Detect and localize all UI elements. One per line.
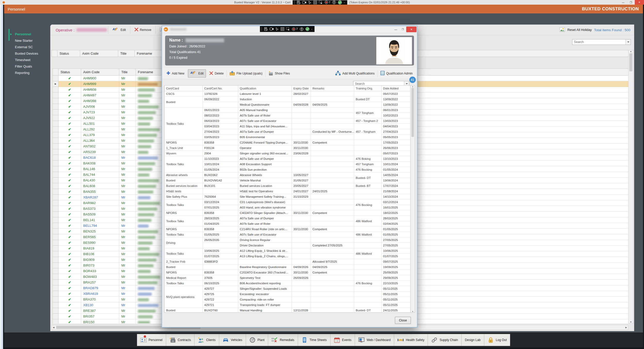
- edit-operative-button[interactable]: Ab Edit: [109, 26, 129, 34]
- qualification-row[interactable]: Wyvern2904Slinger signaller using 360 ex…: [165, 151, 410, 156]
- show-files-button[interactable]: Show Files: [266, 69, 292, 78]
- recorder-cursor-icon[interactable]: [276, 27, 279, 31]
- qualification-row[interactable]: HS&E testsHS&E test for Operatives24/01/…: [165, 189, 410, 194]
- personnel-search[interactable]: [572, 39, 631, 45]
- minimize-icon[interactable]: —: [619, 0, 627, 5]
- column-header-status[interactable]: Status: [57, 50, 80, 57]
- edit-button[interactable]: AbEdit: [188, 69, 206, 78]
- taskbar-item-clients[interactable]: Clients: [194, 334, 219, 346]
- qualification-row[interactable]: BuxtedBaseline Respiratory Questionnaire…: [165, 264, 410, 270]
- taskbar-item-plant[interactable]: Plant: [246, 334, 268, 346]
- qualification-row[interactable]: Toolbox Talks06/01/2023A05 Manual handli…: [165, 107, 410, 113]
- reset-all-holiday-button[interactable]: Reset All Holiday: [567, 28, 592, 32]
- close-icon[interactable]: ✕: [635, 0, 644, 5]
- file-upload-quals--button[interactable]: File Upload (quals): [227, 69, 265, 78]
- qualification-row[interactable]: Driving26/05/2035Driving licence Regular…: [165, 237, 410, 243]
- recorder-settings-icon[interactable]: [297, 1, 300, 4]
- column-header-qualification[interactable]: Qualification: [238, 86, 292, 91]
- qualification-row[interactable]: Toolbox Talks10/06/2025A12 Lifting Equip…: [165, 248, 410, 254]
- column-header-title[interactable]: Title: [118, 50, 135, 57]
- remove-operative-button[interactable]: Remove: [131, 26, 155, 34]
- add-new-button[interactable]: Add New: [164, 70, 187, 77]
- scroll-thumb[interactable]: [411, 88, 414, 137]
- scroll-down-icon[interactable]: ▼: [412, 311, 414, 312]
- qualification-row[interactable]: Toolbox Talks03/12/2024C01 Leptospirosis…: [165, 200, 410, 205]
- add-multi-qualifications-button[interactable]: Add Multi Qualifications: [333, 69, 377, 78]
- column-header-forename[interactable]: Forename: [135, 50, 165, 57]
- scroll-down-icon[interactable]: ▼: [630, 321, 632, 323]
- column-header-remarks[interactable]: Remarks: [311, 86, 354, 91]
- recorder-accessibility-icon[interactable]: [300, 27, 303, 31]
- search-input[interactable]: [572, 39, 625, 45]
- taskbar-item-health-safety[interactable]: Health Safety: [394, 334, 428, 346]
- qualification-row[interactable]: NPORS839358C214RV Road Roller (ride on a…: [165, 227, 410, 232]
- recorder-select-icon[interactable]: [286, 27, 290, 31]
- sidebar-item-filter-quals[interactable]: ▶ Filter Quals: [4, 63, 50, 70]
- qualification-row[interactable]: Toolbox Talks01/05/2025A07c Safe use of …: [165, 232, 410, 237]
- qualification-row[interactable]: CSCS13782326Labourer level 128/02/202705…: [165, 91, 410, 97]
- column-header-status[interactable]: Status: [58, 69, 81, 76]
- chevron-down-icon[interactable]: [625, 39, 631, 45]
- recorder-settings-icon[interactable]: [264, 27, 268, 31]
- dialog-vertical-scrollbar[interactable]: ▲ ▼: [410, 86, 415, 312]
- dialog-minimize-icon[interactable]: —: [392, 27, 399, 32]
- taskbar-item-supply-chain[interactable]: Supply Chain: [428, 334, 461, 346]
- column-header-cert-card[interactable]: Cert/Card: [165, 86, 203, 91]
- collapse-chevron-icon[interactable]: ‹: [311, 28, 312, 31]
- taskbar-item-events[interactable]: Events: [331, 334, 355, 346]
- sidebar-item-buxted-devices[interactable]: ▶ Buxted Devices: [4, 50, 50, 57]
- qualification-row[interactable]: NVQ plant operations429727Slinger/Signal…: [165, 286, 410, 292]
- taskbar-item-personnel[interactable]: Personnel: [137, 334, 166, 346]
- taskbar-item-design-lab[interactable]: Design Lab: [462, 334, 484, 346]
- recorder-camera-icon[interactable]: [302, 1, 306, 4]
- recorder-select-icon[interactable]: [319, 1, 323, 4]
- scroll-up-icon[interactable]: ▲: [412, 86, 414, 87]
- recorder-camera-icon[interactable]: [270, 28, 274, 30]
- recorder-record-icon[interactable]: [292, 27, 295, 31]
- sidebar-item-external-sc[interactable]: ▶ External SC: [4, 44, 50, 50]
- drag-handle-icon[interactable]: [261, 27, 262, 31]
- taskbar-item-web-dashboard[interactable]: Web / Dashboard: [355, 334, 394, 346]
- vertical-scrollbar[interactable]: ▲ ▼: [628, 50, 633, 323]
- recorder-region-icon[interactable]: [313, 1, 317, 4]
- qualification-row[interactable]: Medical Report37605Spirometry Test26/09/…: [165, 275, 410, 281]
- column-header-title[interactable]: Title: [119, 69, 136, 76]
- qualification-row[interactable]: Toolbox Talks11/10/2023A07a Safe use of …: [165, 156, 410, 162]
- collapse-chevron-icon[interactable]: ‹: [344, 1, 345, 4]
- sidebar-item-reporting[interactable]: ▶ Reporting: [4, 70, 50, 76]
- scroll-up-icon[interactable]: ▲: [630, 50, 632, 53]
- column-header-expiry[interactable]: Expiry Date: [292, 86, 311, 91]
- qualification-row[interactable]: NPORS839358C204AAE Forward Tipping Dumpe…: [165, 140, 410, 145]
- taskbar-item-remedials[interactable]: Remedials: [268, 334, 298, 346]
- qualification-row[interactable]: Toolbox Talks28/03/2025A07a Safe use of …: [165, 216, 410, 221]
- qualification-row[interactable]: NPORS839358C202ATO Excavator 360 (Tracke…: [165, 270, 410, 275]
- dialog-maximize-icon[interactable]: ❐: [399, 27, 406, 32]
- column-header-card-no[interactable]: Card/Cert No.: [203, 86, 238, 91]
- taskbar-item-log-out[interactable]: Log Out: [484, 334, 510, 346]
- drag-handle-icon[interactable]: [294, 1, 295, 4]
- qualification-row[interactable]: 2_Tracker FobID8883FDAllcoated 9/7/20250…: [165, 259, 410, 264]
- qualification-row[interactable]: BuxtedBUXDT60Manual Handling12/11/2028Bu…: [165, 308, 410, 313]
- qualification-row[interactable]: Toolbox Talks06/10/2025B06 Accident/inci…: [165, 281, 410, 286]
- close-button[interactable]: Close: [395, 317, 411, 324]
- column-header-training-org[interactable]: Training Org.: [354, 86, 382, 91]
- column-header-axim-code[interactable]: Axim Code: [81, 69, 119, 76]
- sidebar-item-timesheet[interactable]: ▶ Timesheet: [4, 57, 50, 63]
- sidebar-item-new-starter[interactable]: ▶ New Starter: [4, 37, 50, 44]
- sidebar-item-personnel[interactable]: ▶ Personnel: [4, 31, 50, 37]
- taskbar-item-contracts[interactable]: Contracts: [166, 334, 194, 346]
- recorder-region-icon[interactable]: [281, 27, 284, 31]
- qualification-admin-button[interactable]: Qualification Admin: [378, 69, 415, 78]
- column-header-date-added[interactable]: Date Added: [382, 86, 410, 91]
- dialog-close-icon[interactable]: ✕: [406, 27, 417, 32]
- recorder-record-icon[interactable]: [325, 1, 328, 4]
- qualification-row[interactable]: 1_Track UnitF00134Operator30/11/203026/0…: [165, 145, 410, 151]
- qualification-row[interactable]: Buxted06/09/2022InductionBuxted DT13/09/…: [165, 97, 410, 102]
- qualification-row[interactable]: Site Safety Plus7629364Site Management S…: [165, 194, 410, 200]
- taskbar-item-time-sheets[interactable]: Time Sheets: [298, 334, 331, 346]
- qualification-row[interactable]: Buried services locationBUX101Buried ser…: [165, 183, 410, 189]
- recorder-ok-icon[interactable]: [306, 27, 309, 31]
- qualification-row[interactable]: Abrasive wheelsBUXD362Abrasive Wheels10/…: [165, 172, 410, 178]
- column-header-forename[interactable]: Forename: [136, 69, 166, 76]
- qualification-row[interactable]: NPORS839358C402ATO Slinger Signaller (At…: [165, 210, 410, 216]
